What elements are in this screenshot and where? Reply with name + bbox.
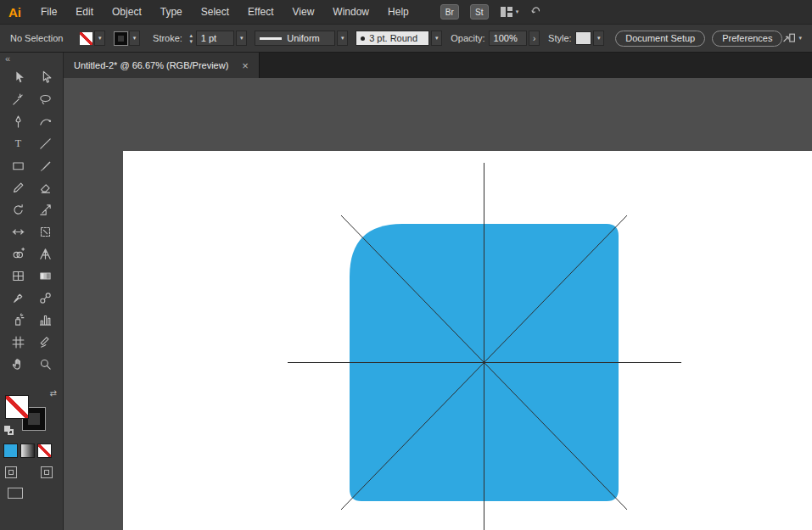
brush-dropdown[interactable]: 3 pt. Round bbox=[356, 31, 429, 46]
hand-tool[interactable] bbox=[4, 353, 31, 375]
symbol-sprayer-tool[interactable] bbox=[4, 309, 31, 331]
workspace-switcher-button[interactable]: ▾ bbox=[500, 6, 519, 18]
artboard-tool[interactable] bbox=[4, 331, 31, 353]
close-tab-icon[interactable]: × bbox=[242, 60, 249, 71]
stepper-up-icon[interactable]: ▴ bbox=[187, 32, 196, 38]
column-graph-tool[interactable] bbox=[31, 309, 59, 331]
eraser-tool[interactable] bbox=[31, 176, 59, 198]
gradient-tool[interactable] bbox=[31, 265, 59, 287]
preferences-button[interactable]: Preferences bbox=[712, 31, 782, 47]
menu-window[interactable]: Window bbox=[323, 0, 378, 24]
document-setup-button[interactable]: Document Setup bbox=[615, 31, 705, 47]
pen-tool[interactable] bbox=[4, 110, 31, 132]
width-tool[interactable] bbox=[4, 220, 31, 243]
selection-tool[interactable] bbox=[4, 66, 31, 88]
sync-status-button[interactable] bbox=[529, 6, 543, 18]
perspective-grid-icon bbox=[38, 247, 53, 261]
zoom-tool[interactable] bbox=[31, 353, 59, 375]
arrange-documents-button[interactable]: ▾ bbox=[782, 32, 802, 44]
selection-icon bbox=[11, 70, 25, 85]
stroke-dropdown-button[interactable]: ▾ bbox=[129, 31, 140, 46]
hand-icon bbox=[11, 357, 25, 371]
gradient-icon bbox=[38, 269, 53, 283]
menu-help[interactable]: Help bbox=[378, 0, 418, 24]
lasso-tool[interactable] bbox=[31, 88, 59, 110]
mini-stroke-icon bbox=[8, 429, 14, 435]
none-swatch-button[interactable] bbox=[38, 444, 51, 457]
document-tab[interactable]: Untitled-2* @ 66.67% (RGB/Preview) × bbox=[64, 53, 260, 78]
blend-tool[interactable] bbox=[31, 287, 59, 309]
menu-view[interactable]: View bbox=[283, 0, 324, 24]
draw-normal-mode-button[interactable] bbox=[5, 466, 17, 478]
stepper-down-icon[interactable]: ▾ bbox=[187, 38, 196, 44]
type-tool[interactable]: T bbox=[4, 132, 31, 154]
stock-button[interactable]: St bbox=[470, 4, 489, 20]
canvas-area[interactable] bbox=[64, 78, 812, 530]
screen-mode-button[interactable] bbox=[8, 488, 23, 499]
brush-value: 3 pt. Round bbox=[369, 33, 417, 43]
default-fill-stroke-icon[interactable] bbox=[4, 426, 14, 436]
stroke-color-swatch[interactable] bbox=[115, 32, 127, 45]
eyedropper-tool[interactable] bbox=[4, 287, 31, 309]
collapse-toolbar-button[interactable]: « bbox=[0, 53, 63, 66]
stroke-weight-dropdown-button[interactable]: ▾ bbox=[236, 31, 247, 46]
fill-color-swatch[interactable] bbox=[80, 32, 92, 45]
chevron-down-icon: ▾ bbox=[98, 35, 102, 42]
draw-behind-mode-button[interactable] bbox=[41, 466, 53, 478]
round-brush-icon bbox=[361, 36, 365, 41]
direct-selection-tool[interactable] bbox=[31, 66, 59, 88]
opacity-label[interactable]: Opacity: bbox=[451, 33, 484, 43]
width-profile-value: Uniform bbox=[287, 33, 320, 43]
scale-tool[interactable] bbox=[31, 198, 59, 220]
tool-grid: T bbox=[0, 66, 63, 375]
shape-builder-tool[interactable] bbox=[4, 243, 31, 265]
color-swatch-button[interactable] bbox=[4, 444, 17, 457]
pencil-tool[interactable] bbox=[4, 176, 31, 198]
sync-icon bbox=[529, 6, 543, 18]
rotate-tool[interactable] bbox=[4, 198, 31, 220]
gradient-swatch-button[interactable] bbox=[21, 444, 34, 457]
drawing-modes-row bbox=[5, 466, 53, 478]
chevron-down-icon: ▾ bbox=[133, 35, 137, 42]
opacity-arrow-button[interactable]: › bbox=[529, 31, 540, 46]
perspective-grid-tool[interactable] bbox=[31, 243, 59, 265]
opacity-field[interactable]: 100% bbox=[489, 31, 528, 46]
width-profile-dropdown-button[interactable]: ▾ bbox=[337, 31, 348, 46]
width-profile-dropdown[interactable]: Uniform bbox=[255, 31, 335, 46]
line-segment-tool[interactable] bbox=[31, 132, 59, 154]
control-bar: No Selection ▾ ▾ Stroke: ▴ ▾ 1 pt ▾ Unif… bbox=[0, 24, 812, 53]
arrange-documents-icon bbox=[782, 32, 796, 44]
style-dropdown-button[interactable]: ▾ bbox=[593, 31, 604, 46]
fill-indicator[interactable] bbox=[6, 396, 28, 418]
slice-tool[interactable] bbox=[31, 331, 59, 353]
magic-wand-tool[interactable] bbox=[4, 88, 31, 110]
rectangle-tool[interactable] bbox=[4, 154, 31, 176]
mesh-tool[interactable] bbox=[4, 265, 31, 287]
menu-effect[interactable]: Effect bbox=[238, 0, 283, 24]
menu-object[interactable]: Object bbox=[103, 0, 151, 24]
brush-dropdown-button[interactable]: ▾ bbox=[431, 31, 442, 46]
document-tab-bar: Untitled-2* @ 66.67% (RGB/Preview) × bbox=[64, 53, 812, 78]
paintbrush-tool[interactable] bbox=[31, 154, 59, 176]
chevron-down-icon: ▾ bbox=[597, 35, 601, 42]
style-thumbnail[interactable] bbox=[575, 31, 592, 45]
shape-builder-icon bbox=[11, 247, 25, 261]
menu-edit[interactable]: Edit bbox=[66, 0, 103, 24]
eyedropper-icon bbox=[11, 291, 25, 305]
curvature-tool[interactable] bbox=[31, 110, 59, 132]
free-transform-tool[interactable] bbox=[31, 220, 59, 243]
zoom-icon bbox=[38, 357, 53, 371]
bridge-button[interactable]: Br bbox=[440, 4, 459, 20]
swap-fill-stroke-icon[interactable]: ⇄ bbox=[50, 388, 57, 398]
menu-file[interactable]: File bbox=[31, 0, 66, 24]
chevron-down-icon: ▾ bbox=[516, 8, 519, 15]
workspace-grid-icon bbox=[500, 6, 513, 18]
menu-type[interactable]: Type bbox=[151, 0, 192, 24]
fill-dropdown-button[interactable]: ▾ bbox=[94, 31, 105, 46]
stroke-label[interactable]: Stroke: bbox=[153, 33, 182, 43]
menu-select[interactable]: Select bbox=[192, 0, 238, 24]
blend-icon bbox=[38, 291, 53, 305]
stroke-weight-stepper[interactable]: ▴ ▾ bbox=[187, 32, 196, 44]
stroke-weight-field[interactable]: 1 pt bbox=[196, 31, 235, 46]
selection-status: No Selection bbox=[10, 33, 63, 43]
